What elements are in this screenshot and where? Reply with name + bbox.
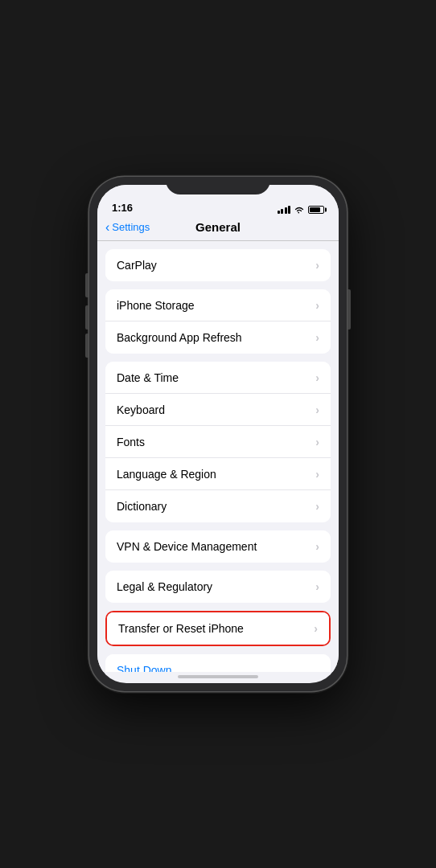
phone-screen: 1:16 ‹ Settings General [97,185,339,683]
list-group-vpn: VPN & Device Management › [105,530,331,563]
legal-chevron-icon: › [315,580,319,593]
list-item-keyboard[interactable]: Keyboard › [105,394,331,426]
list-group-reset-highlighted: Transfer or Reset iPhone › [105,611,331,646]
list-item-background-app-refresh[interactable]: Background App Refresh › [105,321,331,354]
iphone-storage-chevron-icon: › [315,299,319,312]
language-region-label: Language & Region [117,468,216,481]
section-carplay: CarPlay › [105,249,331,281]
fonts-chevron-icon: › [315,436,319,448]
battery-fill [310,207,320,212]
nav-title: General [195,220,241,234]
notch [166,177,270,194]
list-item-carplay[interactable]: CarPlay › [105,249,331,281]
background-app-refresh-label: Background App Refresh [117,331,242,344]
list-item-shutdown[interactable]: Shut Down [105,654,331,672]
content-area: CarPlay › iPhone Storage › Background Ap… [97,241,339,672]
list-group-language: Date & Time › Keyboard › Fonts › Languag… [105,362,331,522]
carplay-chevron-icon: › [315,259,319,272]
transfer-reset-label: Transfer or Reset iPhone [118,622,244,635]
back-chevron-icon: ‹ [105,221,109,234]
dictionary-chevron-icon: › [315,500,319,513]
home-indicator [178,675,258,678]
date-time-label: Date & Time [117,371,179,384]
shutdown-label: Shut Down [117,664,171,672]
fonts-label: Fonts [117,436,145,448]
keyboard-label: Keyboard [117,403,165,416]
background-app-refresh-chevron-icon: › [315,331,319,344]
nav-bar: ‹ Settings General [97,217,339,241]
list-group-legal: Legal & Regulatory › [105,571,331,603]
list-item-transfer-reset[interactable]: Transfer or Reset iPhone › [107,612,329,645]
vpn-chevron-icon: › [315,540,319,553]
section-storage: iPhone Storage › Background App Refresh … [105,289,331,354]
list-item-dictionary[interactable]: Dictionary › [105,490,331,522]
status-time: 1:16 [112,202,133,214]
back-label: Settings [112,221,150,233]
status-icons [278,206,325,214]
language-region-chevron-icon: › [315,468,319,481]
list-item-fonts[interactable]: Fonts › [105,426,331,458]
section-legal: Legal & Regulatory › [105,571,331,603]
transfer-reset-chevron-icon: › [314,622,318,635]
list-item-legal[interactable]: Legal & Regulatory › [105,571,331,603]
list-item-date-time[interactable]: Date & Time › [105,362,331,394]
list-item-language-region[interactable]: Language & Region › [105,458,331,490]
date-time-chevron-icon: › [315,371,319,384]
carplay-label: CarPlay [117,259,157,272]
wifi-icon [294,206,305,214]
signal-icon [278,206,291,214]
list-item-vpn[interactable]: VPN & Device Management › [105,530,331,563]
list-group-carplay: CarPlay › [105,249,331,281]
back-button[interactable]: ‹ Settings [105,221,150,234]
battery-icon [308,206,324,214]
section-reset: Transfer or Reset iPhone › [105,611,331,646]
list-item-iphone-storage[interactable]: iPhone Storage › [105,289,331,321]
vpn-label: VPN & Device Management [117,540,257,553]
iphone-storage-label: iPhone Storage [117,299,195,312]
legal-label: Legal & Regulatory [117,580,212,593]
section-language: Date & Time › Keyboard › Fonts › Languag… [105,362,331,522]
list-group-storage: iPhone Storage › Background App Refresh … [105,289,331,354]
phone-frame: 1:16 ‹ Settings General [89,177,347,691]
list-group-shutdown: Shut Down [105,654,331,672]
dictionary-label: Dictionary [117,500,167,513]
section-vpn: VPN & Device Management › [105,530,331,563]
keyboard-chevron-icon: › [315,403,319,416]
section-shutdown: Shut Down [105,654,331,672]
